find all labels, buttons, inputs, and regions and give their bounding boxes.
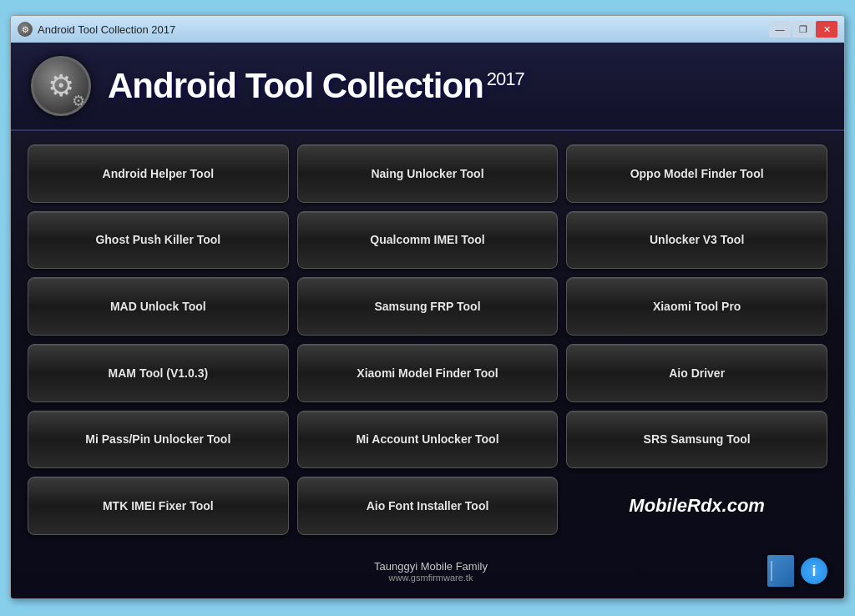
- brand-cell: MobileRdx.com: [566, 477, 827, 535]
- xiaomi-tool-pro-button[interactable]: Xiaomi Tool Pro: [566, 277, 827, 336]
- titlebar: ⚙ Android Tool Collection 2017 — ❐ ✕: [11, 16, 844, 43]
- window-controls: — ❐ ✕: [769, 21, 837, 38]
- unlocker-v3-button[interactable]: Unlocker V3 Tool: [566, 211, 827, 270]
- minimize-button[interactable]: —: [769, 21, 791, 38]
- qualcomm-imei-button[interactable]: Qualcomm IMEI Tool: [297, 211, 559, 270]
- xiaomi-model-finder-button[interactable]: Xiaomi Model Finder Tool: [297, 344, 559, 402]
- footer-center: Taunggyi Mobile Family www.gsmfirmware.t…: [94, 560, 767, 583]
- app-logo: ⚙ ⚙: [31, 56, 91, 116]
- aio-font-installer-button[interactable]: Aio Font Installer Tool: [297, 477, 559, 535]
- tools-grid: Android Helper Tool Naing Unlocker Tool …: [11, 131, 844, 548]
- main-content: ⚙ ⚙ Android Tool Collection2017 Android …: [11, 43, 844, 598]
- window-title: Android Tool Collection 2017: [38, 23, 175, 36]
- book-icon[interactable]: [767, 555, 794, 587]
- titlebar-left: ⚙ Android Tool Collection 2017: [18, 22, 175, 37]
- android-helper-button[interactable]: Android Helper Tool: [28, 144, 289, 203]
- oppo-model-finder-button[interactable]: Oppo Model Finder Tool: [566, 144, 827, 203]
- close-button[interactable]: ✕: [816, 21, 837, 38]
- mi-account-unlocker-button[interactable]: Mi Account Unlocker Tool: [297, 411, 559, 469]
- samsung-frp-button[interactable]: Samsung FRP Tool: [297, 277, 559, 336]
- small-gear-icon: ⚙: [72, 92, 85, 110]
- aio-driver-button[interactable]: Aio Driver: [566, 344, 827, 402]
- footer-url-text: www.gsmfirmware.tk: [94, 573, 767, 583]
- gear-icon: ⚙: [48, 68, 74, 104]
- mi-pass-pin-button[interactable]: Mi Pass/Pin Unlocker Tool: [28, 411, 289, 469]
- mtk-imei-fixer-button[interactable]: MTK IMEI Fixer Tool: [28, 477, 289, 535]
- footer-icons: i: [767, 555, 827, 587]
- mam-tool-button[interactable]: MAM Tool (V1.0.3): [28, 344, 289, 402]
- footer-family-text: Taunggyi Mobile Family: [94, 560, 767, 573]
- main-window: ⚙ Android Tool Collection 2017 — ❐ ✕ ⚙ ⚙…: [10, 15, 845, 599]
- app-icon: ⚙: [18, 22, 33, 37]
- ghost-push-killer-button[interactable]: Ghost Push Killer Tool: [28, 211, 289, 270]
- mad-unlock-button[interactable]: MAD Unlock Tool: [28, 277, 289, 336]
- app-header: ⚙ ⚙ Android Tool Collection2017: [11, 43, 844, 131]
- logo-circle: ⚙ ⚙: [31, 56, 91, 116]
- naing-unlocker-button[interactable]: Naing Unlocker Tool: [297, 144, 559, 203]
- brand-text: MobileRdx.com: [629, 495, 765, 517]
- app-title: Android Tool Collection2017: [108, 68, 524, 104]
- app-footer: Taunggyi Mobile Family www.gsmfirmware.t…: [11, 548, 844, 598]
- restore-button[interactable]: ❐: [792, 21, 814, 38]
- info-icon[interactable]: i: [801, 558, 827, 584]
- srs-samsung-button[interactable]: SRS Samsung Tool: [566, 411, 827, 469]
